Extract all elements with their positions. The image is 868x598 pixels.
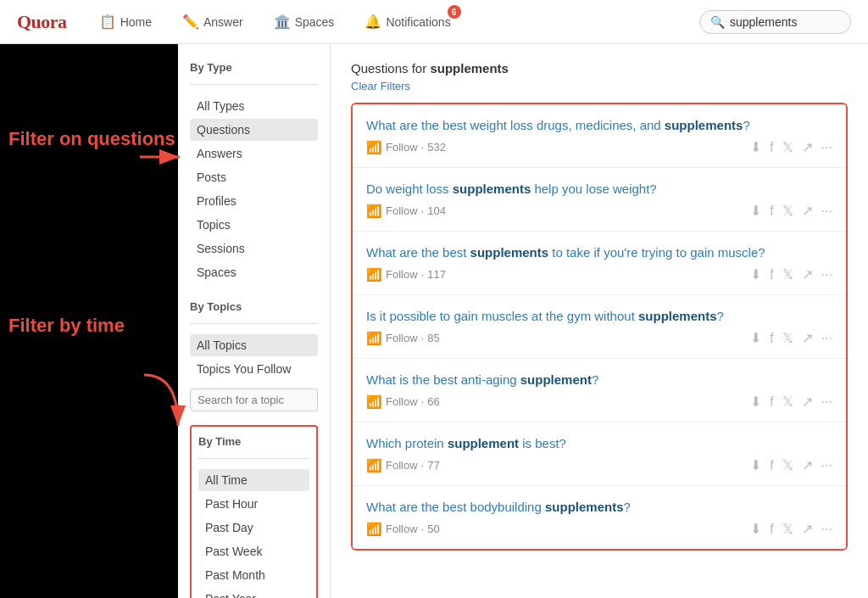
action-icons: ⬇ f 𝕏 ↗ ··· bbox=[750, 266, 832, 282]
follow-button[interactable]: 📶 Follow · 66 bbox=[366, 394, 440, 410]
follow-button[interactable]: 📶 Follow · 104 bbox=[366, 204, 446, 219]
facebook-icon[interactable]: f bbox=[770, 331, 773, 346]
facebook-icon[interactable]: f bbox=[770, 267, 773, 282]
more-icon[interactable]: ··· bbox=[821, 331, 832, 346]
more-icon[interactable]: ··· bbox=[821, 458, 832, 473]
search-icon: 🔍 bbox=[710, 15, 725, 29]
dot-sep: · bbox=[421, 332, 425, 344]
home-icon: 📋 bbox=[99, 14, 116, 30]
table-row: What is the best anti-aging supplement? … bbox=[353, 359, 846, 422]
twitter-icon[interactable]: 𝕏 bbox=[782, 394, 793, 410]
follow-label: Follow bbox=[386, 523, 418, 535]
clear-filters-link[interactable]: Clear Filters bbox=[351, 80, 410, 92]
more-icon[interactable]: ··· bbox=[821, 522, 832, 537]
sidebar-item-all-time[interactable]: All Time bbox=[198, 469, 309, 491]
table-row: Which protein supplement is best? 📶 Foll… bbox=[353, 422, 846, 486]
sidebar-item-questions[interactable]: Questions bbox=[190, 119, 318, 141]
share-icon[interactable]: ↗ bbox=[802, 139, 813, 155]
share-icon[interactable]: ↗ bbox=[802, 521, 813, 537]
follow-button[interactable]: 📶 Follow · 117 bbox=[366, 267, 446, 282]
twitter-icon[interactable]: 𝕏 bbox=[782, 521, 793, 537]
question-link[interactable]: What are the best supplements to take if… bbox=[366, 243, 832, 261]
home-nav-item[interactable]: 📋 Home bbox=[94, 10, 157, 33]
sidebar-item-topics[interactable]: Topics bbox=[190, 214, 318, 236]
follow-count: 117 bbox=[427, 268, 446, 281]
by-time-title: By Time bbox=[198, 435, 309, 448]
facebook-icon[interactable]: f bbox=[770, 140, 773, 155]
content-title: Questions for supplements bbox=[351, 61, 848, 75]
question-link[interactable]: What is the best anti-aging supplement? bbox=[366, 371, 832, 388]
downvote-icon[interactable]: ⬇ bbox=[750, 521, 761, 537]
title-prefix: Questions for bbox=[351, 61, 430, 75]
header-search-box[interactable]: 🔍 bbox=[699, 10, 851, 34]
result-actions: 📶 Follow · 85 ⬇ f 𝕏 ↗ ··· bbox=[366, 330, 832, 346]
answer-nav-item[interactable]: ✏️ Answer bbox=[177, 10, 248, 33]
follow-button[interactable]: 📶 Follow · 77 bbox=[366, 458, 440, 473]
highlight-text: supplements bbox=[545, 500, 624, 514]
twitter-icon[interactable]: 𝕏 bbox=[782, 330, 793, 346]
twitter-icon[interactable]: 𝕏 bbox=[782, 139, 793, 155]
by-topics-title: By Topics bbox=[190, 300, 318, 313]
sidebar-item-all-topics[interactable]: All Topics bbox=[190, 334, 318, 356]
question-link[interactable]: Which protein supplement is best? bbox=[366, 434, 832, 452]
sidebar-item-past-day[interactable]: Past Day bbox=[198, 517, 309, 539]
sidebar-item-spaces[interactable]: Spaces bbox=[190, 261, 318, 283]
sidebar-item-past-week[interactable]: Past Week bbox=[198, 540, 309, 562]
sidebar-item-past-hour[interactable]: Past Hour bbox=[198, 493, 309, 515]
downvote-icon[interactable]: ⬇ bbox=[750, 394, 761, 410]
twitter-icon[interactable]: 𝕏 bbox=[782, 203, 793, 219]
downvote-icon[interactable]: ⬇ bbox=[750, 139, 761, 155]
sidebar-item-past-month[interactable]: Past Month bbox=[198, 564, 309, 586]
result-actions: 📶 Follow · 77 ⬇ f 𝕏 ↗ ··· bbox=[366, 457, 832, 473]
notifications-nav-item[interactable]: 🔔 Notifications 6 bbox=[359, 10, 455, 33]
sidebar-item-profiles[interactable]: Profiles bbox=[190, 190, 318, 212]
result-actions: 📶 Follow · 117 ⬇ f 𝕏 ↗ ··· bbox=[366, 266, 832, 282]
highlight-text: supplements bbox=[638, 309, 717, 323]
share-icon[interactable]: ↗ bbox=[802, 330, 813, 346]
facebook-icon[interactable]: f bbox=[770, 458, 773, 473]
twitter-icon[interactable]: 𝕏 bbox=[782, 457, 793, 473]
follow-button[interactable]: 📶 Follow · 50 bbox=[366, 522, 440, 537]
question-link[interactable]: Is it possible to gain muscles at the gy… bbox=[366, 307, 832, 325]
result-actions: 📶 Follow · 532 ⬇ f 𝕏 ↗ ··· bbox=[366, 139, 832, 155]
downvote-icon[interactable]: ⬇ bbox=[750, 266, 761, 282]
header-search-input[interactable] bbox=[730, 15, 840, 29]
share-icon[interactable]: ↗ bbox=[802, 266, 813, 282]
arrow-questions-icon bbox=[136, 136, 186, 178]
facebook-icon[interactable]: f bbox=[770, 394, 773, 410]
more-icon[interactable]: ··· bbox=[821, 204, 832, 219]
sidebar-item-answers[interactable]: Answers bbox=[190, 143, 318, 165]
question-link[interactable]: What are the best bodybuilding supplemen… bbox=[366, 498, 832, 516]
action-icons: ⬇ f 𝕏 ↗ ··· bbox=[750, 457, 832, 473]
topic-search-input[interactable] bbox=[190, 388, 318, 411]
result-actions: 📶 Follow · 50 ⬇ f 𝕏 ↗ ··· bbox=[366, 521, 832, 537]
sidebar-item-posts[interactable]: Posts bbox=[190, 166, 318, 188]
facebook-icon[interactable]: f bbox=[770, 522, 773, 537]
more-icon[interactable]: ··· bbox=[821, 140, 832, 155]
highlight-text: supplement bbox=[448, 436, 519, 450]
follow-button[interactable]: 📶 Follow · 532 bbox=[366, 140, 446, 155]
share-icon[interactable]: ↗ bbox=[802, 457, 813, 473]
sidebar: By Type All Types Questions Answers Post… bbox=[178, 44, 331, 598]
spaces-nav-item[interactable]: 🏛️ Spaces bbox=[269, 10, 340, 33]
quora-logo[interactable]: Quora bbox=[17, 11, 67, 33]
downvote-icon[interactable]: ⬇ bbox=[750, 330, 761, 346]
question-link[interactable]: What are the best weight loss drugs, med… bbox=[366, 116, 832, 134]
by-time-section: By Time All Time Past Hour Past Day Past… bbox=[190, 425, 318, 598]
more-icon[interactable]: ··· bbox=[821, 394, 832, 410]
share-icon[interactable]: ↗ bbox=[802, 394, 813, 410]
sidebar-item-sessions[interactable]: Sessions bbox=[190, 238, 318, 260]
follow-button[interactable]: 📶 Follow · 85 bbox=[366, 331, 440, 346]
more-icon[interactable]: ··· bbox=[821, 267, 832, 282]
sidebar-item-all-types[interactable]: All Types bbox=[190, 95, 318, 117]
downvote-icon[interactable]: ⬇ bbox=[750, 203, 761, 219]
sidebar-item-past-year[interactable]: Past Year bbox=[198, 588, 309, 598]
sidebar-item-topics-follow[interactable]: Topics You Follow bbox=[190, 358, 318, 380]
twitter-icon[interactable]: 𝕏 bbox=[782, 266, 793, 282]
share-icon[interactable]: ↗ bbox=[802, 203, 813, 219]
topics-divider bbox=[190, 323, 318, 324]
facebook-icon[interactable]: f bbox=[770, 204, 773, 219]
filter-time-label: Filter by time bbox=[8, 316, 178, 336]
question-link[interactable]: Do weight loss supplements help you lose… bbox=[366, 180, 832, 198]
downvote-icon[interactable]: ⬇ bbox=[750, 457, 761, 473]
